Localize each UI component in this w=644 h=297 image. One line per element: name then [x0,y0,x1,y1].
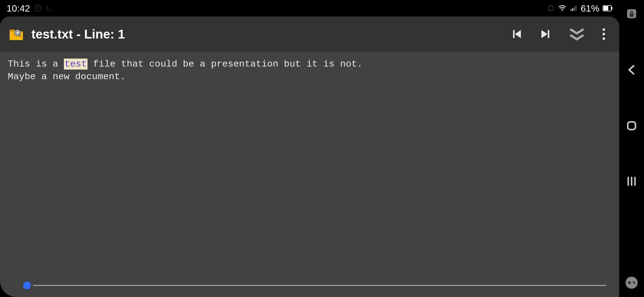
svg-point-19 [626,277,638,289]
svg-point-20 [633,281,634,283]
svg-rect-6 [575,6,577,11]
nav-back-button[interactable] [626,64,638,76]
svg-rect-18 [628,122,635,130]
battery-text: 61% [581,3,599,14]
app-title: test.txt - Line: 1 [31,27,504,42]
status-notification-icons: P [34,4,53,12]
folder-search-icon [8,26,24,42]
wifi-icon [558,4,566,12]
app-bar: test.txt - Line: 1 [0,16,619,52]
text-segment: This is a [8,59,64,69]
svg-rect-3 [571,10,572,11]
game-controller-icon[interactable] [625,276,638,289]
expand-down-button[interactable] [568,25,586,43]
system-nav-right [619,0,644,297]
status-bar: 10:42 P 61% [0,0,619,16]
svg-point-21 [634,282,635,284]
svg-rect-8 [604,6,608,10]
svg-rect-17 [630,13,634,17]
signal-icon [570,4,577,12]
lock-app-icon[interactable] [626,8,638,20]
text-line-2: Maybe a new document. [8,70,612,83]
refresh-icon [547,4,555,12]
battery-icon [603,5,613,11]
svg-text:P: P [37,6,39,10]
more-menu-button[interactable] [602,28,605,40]
prompt-icon [45,4,53,12]
clock: 10:42 [7,3,30,14]
svg-rect-5 [574,7,575,11]
status-right: 61% [547,3,613,14]
text-segment: file that could be a presentation but it… [88,59,363,69]
svg-point-15 [602,37,605,40]
svg-point-13 [602,28,605,31]
svg-point-2 [562,10,563,11]
next-button[interactable] [539,28,552,40]
text-content-area[interactable]: This is a test file that could be a pres… [0,52,619,297]
highlighted-match: test [64,59,88,70]
text-line-1: This is a test file that could be a pres… [8,58,612,70]
nav-recents-button[interactable] [626,175,637,187]
svg-point-14 [602,33,605,35]
status-left: 10:42 P [7,3,53,14]
progress-scrollbar[interactable] [33,285,606,286]
svg-rect-4 [572,8,573,11]
svg-rect-9 [612,7,612,10]
nav-home-button[interactable] [626,120,637,131]
app-actions [511,25,605,43]
previous-button[interactable] [511,28,523,40]
terminal-icon: P [34,4,42,12]
